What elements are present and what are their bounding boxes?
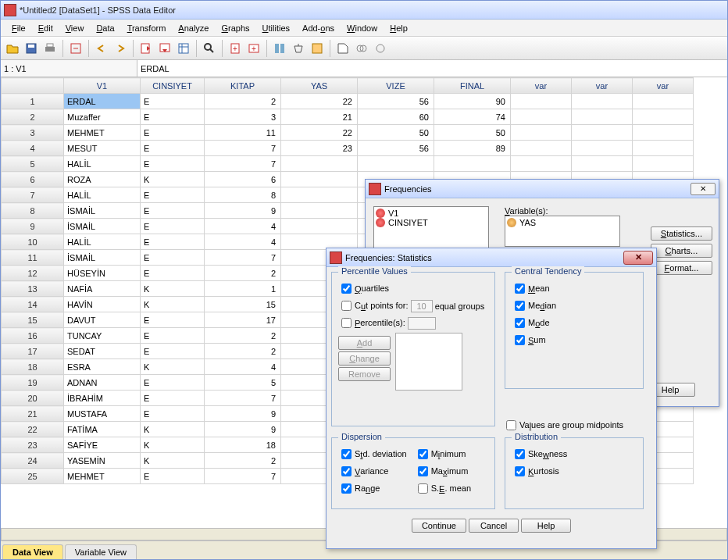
row-header[interactable]: 18 bbox=[2, 359, 64, 375]
row-header[interactable]: 20 bbox=[2, 391, 64, 406]
cutpoints-value[interactable]: 10 bbox=[411, 300, 433, 312]
midpoints-checkbox[interactable]: Values are group midpoints bbox=[503, 418, 623, 433]
variables-icon[interactable] bbox=[175, 40, 192, 57]
row-header[interactable]: 3 bbox=[2, 125, 64, 141]
column-header[interactable]: FINAL bbox=[434, 78, 511, 94]
find-icon[interactable] bbox=[201, 40, 218, 57]
max-checkbox[interactable]: Maximum bbox=[415, 464, 471, 479]
cutpoints-checkbox[interactable]: Cut points for: 10 equal groups bbox=[338, 298, 488, 313]
data-cell[interactable] bbox=[572, 125, 633, 141]
change-button[interactable]: Change bbox=[338, 351, 391, 366]
data-cell[interactable] bbox=[633, 109, 694, 125]
value-labels-icon[interactable] bbox=[334, 40, 352, 57]
range-checkbox[interactable]: Range bbox=[338, 481, 407, 496]
menu-file[interactable]: File bbox=[5, 22, 32, 34]
data-cell[interactable] bbox=[572, 156, 633, 172]
data-cell[interactable]: HAVİN bbox=[64, 297, 141, 312]
row-header[interactable]: 15 bbox=[2, 312, 64, 328]
row-header[interactable]: 9 bbox=[2, 219, 64, 234]
column-header[interactable]: var bbox=[511, 78, 572, 94]
data-cell[interactable]: 56 bbox=[358, 94, 434, 109]
data-cell[interactable]: FATİMA bbox=[64, 422, 141, 437]
data-cell[interactable]: 7 bbox=[205, 391, 281, 406]
frequencies-titlebar[interactable]: Frequencies ✕ bbox=[366, 180, 719, 198]
data-cell[interactable]: 2 bbox=[205, 94, 281, 109]
data-cell[interactable]: 50 bbox=[358, 125, 434, 141]
data-cell[interactable]: E bbox=[141, 266, 205, 281]
source-variable-list[interactable]: V1 CINSIYET bbox=[373, 206, 489, 250]
data-cell[interactable] bbox=[358, 156, 434, 172]
data-cell[interactable]: SEDAT bbox=[64, 344, 141, 359]
charts-button[interactable]: Charts... bbox=[651, 244, 712, 258]
data-cell[interactable] bbox=[281, 172, 358, 187]
menu-addons[interactable]: Add-ons bbox=[296, 22, 341, 34]
data-cell[interactable]: HALİL bbox=[64, 234, 141, 250]
column-header[interactable]: V1 bbox=[64, 78, 141, 94]
data-cell[interactable]: E bbox=[141, 344, 205, 359]
data-cell[interactable]: 6 bbox=[205, 172, 281, 187]
data-cell[interactable]: İSMAİL bbox=[64, 250, 141, 266]
data-cell[interactable]: ADNAN bbox=[64, 375, 141, 391]
data-cell[interactable]: 3 bbox=[205, 109, 281, 125]
menu-window[interactable]: Window bbox=[341, 22, 384, 34]
help-button[interactable]: Help bbox=[521, 519, 571, 533]
percentile-input[interactable] bbox=[408, 317, 436, 330]
data-cell[interactable]: 23 bbox=[281, 141, 358, 156]
data-cell[interactable]: 21 bbox=[281, 109, 358, 125]
data-cell[interactable]: HALİL bbox=[64, 187, 141, 203]
column-header[interactable]: var bbox=[572, 78, 633, 94]
data-cell[interactable]: MESUT bbox=[64, 141, 141, 156]
data-cell[interactable] bbox=[281, 187, 358, 203]
data-cell[interactable] bbox=[281, 156, 358, 172]
data-cell[interactable]: 15 bbox=[205, 297, 281, 312]
data-cell[interactable]: HÜSEYİN bbox=[64, 266, 141, 281]
menu-utilities[interactable]: Utilities bbox=[256, 22, 296, 34]
data-cell[interactable]: MEHMET bbox=[64, 469, 141, 484]
data-cell[interactable]: YASEMİN bbox=[64, 453, 141, 469]
insert-var-icon[interactable]: + bbox=[245, 40, 262, 57]
select-icon[interactable] bbox=[309, 40, 326, 57]
column-header[interactable]: var bbox=[633, 78, 694, 94]
row-header[interactable]: 5 bbox=[2, 156, 64, 172]
continue-button[interactable]: Continue bbox=[412, 519, 466, 533]
data-cell[interactable]: E bbox=[141, 219, 205, 234]
data-cell[interactable]: K bbox=[141, 297, 205, 312]
data-cell[interactable]: 5 bbox=[205, 375, 281, 391]
cancel-button[interactable]: Cancel bbox=[469, 519, 519, 533]
statistics-titlebar[interactable]: Frequencies: Statistics ✕ bbox=[327, 248, 656, 267]
sum-checkbox[interactable]: Sum bbox=[512, 333, 637, 348]
menu-transform[interactable]: Transform bbox=[121, 22, 173, 34]
data-cell[interactable]: 22 bbox=[281, 125, 358, 141]
row-header[interactable]: 6 bbox=[2, 172, 64, 187]
menu-help[interactable]: Help bbox=[384, 22, 414, 34]
row-header[interactable]: 12 bbox=[2, 266, 64, 281]
data-cell[interactable] bbox=[281, 203, 358, 219]
data-cell[interactable]: 4 bbox=[205, 234, 281, 250]
mean-checkbox[interactable]: Mean bbox=[512, 281, 637, 296]
open-icon[interactable] bbox=[4, 40, 21, 57]
data-cell[interactable]: E bbox=[141, 406, 205, 422]
data-cell[interactable] bbox=[281, 219, 358, 234]
row-header[interactable]: 21 bbox=[2, 406, 64, 422]
weight-icon[interactable] bbox=[290, 40, 307, 57]
row-header[interactable]: 1 bbox=[2, 94, 64, 109]
goto-var-icon[interactable] bbox=[156, 40, 173, 57]
data-cell[interactable]: 9 bbox=[205, 203, 281, 219]
tab-variable-view[interactable]: Variable View bbox=[65, 544, 137, 559]
data-cell[interactable]: 74 bbox=[434, 109, 511, 125]
cell-value-editor[interactable]: ERDAL bbox=[137, 60, 727, 77]
data-cell[interactable] bbox=[633, 141, 694, 156]
data-cell[interactable]: MEHMET bbox=[64, 125, 141, 141]
percentiles-checkbox[interactable]: Percentile(s): bbox=[338, 316, 488, 330]
data-cell[interactable]: NAFİA bbox=[64, 281, 141, 297]
data-cell[interactable]: 7 bbox=[205, 250, 281, 266]
row-header[interactable]: 14 bbox=[2, 297, 64, 312]
data-cell[interactable]: 2 bbox=[205, 344, 281, 359]
insert-case-icon[interactable]: + bbox=[227, 40, 244, 57]
row-header[interactable]: 11 bbox=[2, 250, 64, 266]
data-cell[interactable] bbox=[511, 94, 572, 109]
data-cell[interactable]: 2 bbox=[205, 328, 281, 344]
save-icon[interactable] bbox=[23, 40, 40, 57]
data-cell[interactable]: E bbox=[141, 391, 205, 406]
row-header[interactable]: 13 bbox=[2, 281, 64, 297]
